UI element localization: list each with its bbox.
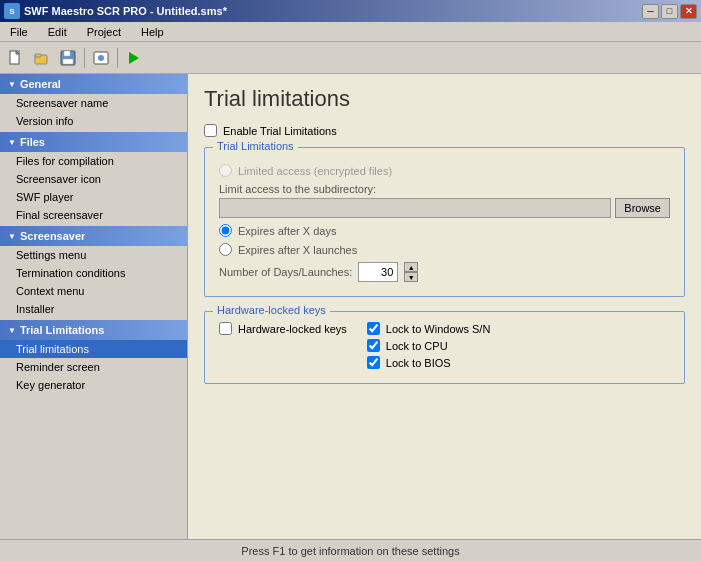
sidebar-item-version-info[interactable]: Version info bbox=[0, 112, 187, 130]
trial-limitations-group: Trial Limitations Limited access (encryp… bbox=[204, 147, 685, 297]
maximize-button[interactable]: □ bbox=[661, 4, 678, 19]
chevron-down-icon: ▼ bbox=[8, 326, 16, 335]
sidebar-item-context-menu[interactable]: Context menu bbox=[0, 282, 187, 300]
spinner-up-button[interactable]: ▲ bbox=[404, 262, 418, 272]
sidebar-item-swf-player[interactable]: SWF player bbox=[0, 188, 187, 206]
lock-bios-row: Lock to BIOS bbox=[367, 356, 670, 369]
expires-launches-label[interactable]: Expires after X launches bbox=[238, 244, 357, 256]
sidebar-header-general[interactable]: ▼ General bbox=[0, 74, 187, 94]
expires-launches-row: Expires after X launches bbox=[219, 243, 670, 256]
lock-cpu-label[interactable]: Lock to CPU bbox=[386, 340, 448, 352]
menu-file[interactable]: File bbox=[4, 24, 34, 40]
close-button[interactable]: ✕ bbox=[680, 4, 697, 19]
svg-rect-6 bbox=[63, 59, 73, 64]
chevron-down-icon: ▼ bbox=[8, 232, 16, 241]
sidebar-item-files-compilation[interactable]: Files for compilation bbox=[0, 152, 187, 170]
sidebar-item-settings-menu[interactable]: Settings menu bbox=[0, 246, 187, 264]
menu-help[interactable]: Help bbox=[135, 24, 170, 40]
days-launches-label: Number of Days/Launches: bbox=[219, 266, 352, 278]
sidebar-item-screensaver-name[interactable]: Screensaver name bbox=[0, 94, 187, 112]
expires-days-label[interactable]: Expires after X days bbox=[238, 225, 336, 237]
sidebar-item-key-generator[interactable]: Key generator bbox=[0, 376, 187, 394]
hardware-locked-label[interactable]: Hardware-locked keys bbox=[238, 323, 347, 335]
open-button[interactable] bbox=[30, 46, 54, 70]
hardware-options: Lock to Windows S/N Lock to CPU Lock to … bbox=[367, 322, 670, 369]
window-title: SWF Maestro SCR PRO - Untitled.sms* bbox=[24, 5, 227, 17]
chevron-down-icon: ▼ bbox=[8, 80, 16, 89]
sidebar-section-trial: ▼ Trial Limitations Trial limitations Re… bbox=[0, 320, 187, 394]
minimize-button[interactable]: ─ bbox=[642, 4, 659, 19]
lock-bios-label[interactable]: Lock to BIOS bbox=[386, 357, 451, 369]
app-icon: S bbox=[4, 3, 20, 19]
sidebar-section-files: ▼ Files Files for compilation Screensave… bbox=[0, 132, 187, 224]
status-text: Press F1 to get information on these set… bbox=[241, 545, 459, 557]
lock-cpu-checkbox[interactable] bbox=[367, 339, 380, 352]
new-button[interactable] bbox=[4, 46, 28, 70]
lock-bios-checkbox[interactable] bbox=[367, 356, 380, 369]
limited-access-radio[interactable] bbox=[219, 164, 232, 177]
preview-button[interactable] bbox=[89, 46, 113, 70]
enable-row: Enable Trial Limitations bbox=[204, 124, 685, 137]
sidebar: ▼ General Screensaver name Version info … bbox=[0, 74, 188, 561]
window-controls: ─ □ ✕ bbox=[642, 4, 697, 19]
sidebar-item-screensaver-icon[interactable]: Screensaver icon bbox=[0, 170, 187, 188]
toolbar-separator-1 bbox=[84, 48, 85, 68]
sidebar-header-trial[interactable]: ▼ Trial Limitations bbox=[0, 320, 187, 340]
hardware-checkbox-row: Hardware-locked keys bbox=[219, 322, 347, 335]
title-bar: S SWF Maestro SCR PRO - Untitled.sms* ─ … bbox=[0, 0, 701, 22]
status-bar: Press F1 to get information on these set… bbox=[0, 539, 701, 561]
hardware-group-title: Hardware-locked keys bbox=[213, 304, 330, 316]
days-spinner: ▲ ▼ bbox=[404, 262, 418, 282]
lock-windows-label[interactable]: Lock to Windows S/N bbox=[386, 323, 491, 335]
limited-access-row: Limited access (encrypted files) bbox=[219, 164, 670, 177]
sidebar-item-final-screensaver[interactable]: Final screensaver bbox=[0, 206, 187, 224]
main-layout: ▼ General Screensaver name Version info … bbox=[0, 74, 701, 561]
svg-rect-3 bbox=[35, 54, 41, 57]
content-area: Trial limitations Enable Trial Limitatio… bbox=[188, 74, 701, 561]
menu-project[interactable]: Project bbox=[81, 24, 127, 40]
sidebar-section-screensaver-label: Screensaver bbox=[20, 230, 85, 242]
browse-row: Browse bbox=[219, 198, 670, 218]
sidebar-section-files-label: Files bbox=[20, 136, 45, 148]
days-launches-input[interactable] bbox=[358, 262, 398, 282]
sidebar-header-files[interactable]: ▼ Files bbox=[0, 132, 187, 152]
sidebar-section-general-label: General bbox=[20, 78, 61, 90]
menu-edit[interactable]: Edit bbox=[42, 24, 73, 40]
browse-button[interactable]: Browse bbox=[615, 198, 670, 218]
hardware-locked-checkbox[interactable] bbox=[219, 322, 232, 335]
lock-windows-checkbox[interactable] bbox=[367, 322, 380, 335]
trial-group-title: Trial Limitations bbox=[213, 140, 298, 152]
sidebar-header-screensaver[interactable]: ▼ Screensaver bbox=[0, 226, 187, 246]
play-button[interactable] bbox=[122, 46, 146, 70]
enable-trial-checkbox[interactable] bbox=[204, 124, 217, 137]
hardware-keys-group: Hardware-locked keys Hardware-locked key… bbox=[204, 311, 685, 384]
menu-bar: File Edit Project Help bbox=[0, 22, 701, 42]
subdirectory-label: Limit access to the subdirectory: bbox=[219, 183, 670, 195]
expires-days-row: Expires after X days bbox=[219, 224, 670, 237]
days-launches-row: Number of Days/Launches: ▲ ▼ bbox=[219, 262, 670, 282]
spinner-down-button[interactable]: ▼ bbox=[404, 272, 418, 282]
expires-days-radio[interactable] bbox=[219, 224, 232, 237]
chevron-down-icon: ▼ bbox=[8, 138, 16, 147]
toolbar bbox=[0, 42, 701, 74]
expires-launches-radio[interactable] bbox=[219, 243, 232, 256]
sidebar-section-trial-label: Trial Limitations bbox=[20, 324, 104, 336]
sidebar-item-reminder-screen[interactable]: Reminder screen bbox=[0, 358, 187, 376]
sidebar-section-general: ▼ General Screensaver name Version info bbox=[0, 74, 187, 130]
toolbar-separator-2 bbox=[117, 48, 118, 68]
subdirectory-input[interactable] bbox=[219, 198, 611, 218]
svg-marker-9 bbox=[129, 52, 139, 64]
hardware-grid: Hardware-locked keys Lock to Windows S/N… bbox=[219, 322, 670, 369]
lock-cpu-row: Lock to CPU bbox=[367, 339, 670, 352]
save-button[interactable] bbox=[56, 46, 80, 70]
sidebar-item-termination[interactable]: Termination conditions bbox=[0, 264, 187, 282]
limited-access-label[interactable]: Limited access (encrypted files) bbox=[238, 165, 392, 177]
sidebar-item-trial-limitations[interactable]: Trial limitations bbox=[0, 340, 187, 358]
sidebar-section-screensaver: ▼ Screensaver Settings menu Termination … bbox=[0, 226, 187, 318]
svg-point-8 bbox=[98, 55, 104, 61]
svg-rect-5 bbox=[64, 51, 70, 56]
lock-windows-row: Lock to Windows S/N bbox=[367, 322, 670, 335]
sidebar-item-installer[interactable]: Installer bbox=[0, 300, 187, 318]
page-title: Trial limitations bbox=[204, 86, 685, 112]
enable-trial-label[interactable]: Enable Trial Limitations bbox=[223, 125, 337, 137]
